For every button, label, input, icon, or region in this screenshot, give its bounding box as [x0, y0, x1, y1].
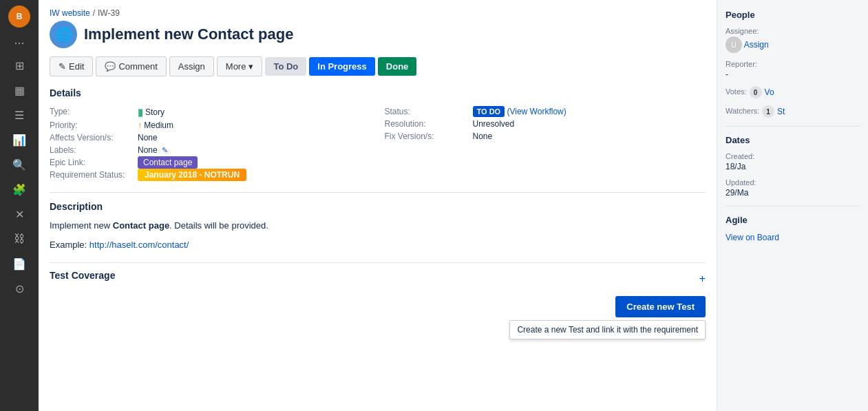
epic-value: Contact page — [138, 158, 198, 167]
content-area: IW website / IW-39 🌐 Implement new Conta… — [39, 0, 868, 411]
priority-label: Priority: — [50, 120, 132, 130]
fix-label: Fix Version/s: — [385, 131, 467, 141]
resolution-label: Resolution: — [385, 119, 467, 129]
more-button[interactable]: More ▾ — [217, 56, 263, 76]
description-title: Description — [50, 201, 706, 212]
chart-icon[interactable]: 📊 — [8, 129, 30, 151]
breadcrumb-project-link[interactable]: IW website — [50, 8, 90, 18]
fix-row: Fix Version/s: None — [385, 130, 706, 143]
details-grid: Type: ▮ Story Priority: ↑ Medium — [50, 105, 706, 181]
story-icon: ▮ — [138, 107, 143, 118]
test-coverage-section: Test Coverage + Create new Test Create a… — [50, 262, 706, 339]
board-icon[interactable]: ▦ — [8, 79, 30, 101]
priority-value: ↑ Medium — [138, 120, 173, 130]
bar-chart-icon[interactable]: ☰ — [8, 104, 30, 126]
epic-row: Epic Link: Contact page — [50, 156, 371, 169]
type-label: Type: — [50, 107, 132, 116]
details-left: Type: ▮ Story Priority: ↑ Medium — [50, 105, 371, 181]
issue-icon: 🌐 — [50, 21, 77, 48]
assignee-row: Assignee: U Assign — [726, 27, 860, 53]
status-value: TO DO (View Workflow) — [473, 107, 567, 116]
affects-row: Affects Version/s: None — [50, 131, 371, 144]
reporter-label: Reporter: — [726, 60, 860, 68]
grid-icon[interactable]: ⊞ — [8, 54, 30, 76]
dots-icon[interactable]: ··· — [14, 36, 24, 50]
affects-label: Affects Version/s: — [50, 133, 132, 143]
type-value: ▮ Story — [138, 107, 165, 118]
created-row: Created: 18/Ja — [726, 152, 860, 171]
agile-title: Agile — [726, 215, 860, 225]
test-coverage-actions: Create new Test Create a new Test and li… — [50, 296, 706, 339]
dates-title: Dates — [726, 135, 860, 145]
test-coverage-title: Test Coverage — [50, 270, 115, 281]
circle-icon[interactable]: ⊙ — [8, 277, 30, 299]
edit-icon: ✎ — [59, 61, 66, 72]
description-example: Example: http://haselt.com/contact/ — [50, 238, 706, 252]
panel-separator-1 — [726, 126, 860, 127]
page-header: 🌐 Implement new Contact page — [50, 21, 706, 48]
resolution-value: Unresolved — [473, 119, 515, 129]
req-label: Requirement Status: — [50, 170, 132, 180]
main-area: IW website / IW-39 🌐 Implement new Conta… — [39, 0, 868, 411]
votes-label: Votes: — [726, 87, 747, 96]
sidebar: B ··· ⊞ ▦ ☰ 📊 🔍 🧩 ✕ ⛓ 📄 ⊙ — [0, 0, 39, 411]
assign-button[interactable]: Assign — [169, 56, 214, 76]
todo-status-button[interactable]: To Do — [265, 57, 306, 76]
watchers-label: Watchers: — [726, 107, 759, 115]
details-section-title: Details — [50, 87, 706, 98]
people-title: People — [726, 10, 860, 20]
votes-row: Votes: 0 Vo — [726, 86, 860, 98]
view-workflow-link[interactable]: (View Workflow) — [507, 107, 566, 116]
issue-content: IW website / IW-39 🌐 Implement new Conta… — [39, 0, 717, 411]
req-row: Requirement Status: January 2018 - NOTRU… — [50, 169, 371, 181]
watchers-row: Watchers: 1 St — [726, 105, 860, 118]
example-link[interactable]: http://haselt.com/contact/ — [89, 240, 189, 250]
comment-icon: 💬 — [105, 61, 116, 72]
puzzle-icon[interactable]: 🧩 — [8, 178, 30, 200]
cross-icon[interactable]: ✕ — [8, 203, 30, 225]
edit-button[interactable]: ✎ Edit — [50, 56, 93, 76]
labels-edit-icon[interactable]: ✎ — [162, 146, 168, 154]
create-test-tooltip: Create a new Test and link it with the r… — [509, 320, 706, 339]
watchers-link[interactable]: St — [777, 107, 785, 116]
labels-label: Labels: — [50, 145, 132, 155]
votes-link[interactable]: Vo — [765, 87, 774, 97]
search-icon[interactable]: 🔍 — [8, 154, 30, 176]
fix-value: None — [473, 131, 493, 141]
type-row: Type: ▮ Story — [50, 105, 371, 119]
votes-count: 0 — [750, 86, 762, 98]
assignee-label: Assignee: — [726, 27, 860, 35]
assignee-value: U Assign — [726, 36, 860, 53]
breadcrumb-separator: / — [93, 8, 95, 18]
affects-value: None — [138, 133, 158, 143]
status-label: Status: — [385, 107, 467, 116]
details-right: Status: TO DO (View Workflow) Resolution… — [385, 105, 706, 181]
inprogress-status-button[interactable]: In Progress — [309, 57, 375, 76]
view-board-link[interactable]: View on Board — [726, 233, 779, 242]
test-coverage-add-icon[interactable]: + — [699, 273, 706, 285]
page-title: Implement new Contact page — [84, 25, 293, 43]
create-test-button[interactable]: Create new Test — [615, 296, 706, 317]
assignee-avatar: U — [726, 36, 742, 53]
resolution-row: Resolution: Unresolved — [385, 118, 706, 130]
comment-button[interactable]: 💬 Comment — [96, 56, 166, 76]
reporter-row: Reporter: - — [726, 60, 860, 79]
epic-badge[interactable]: Contact page — [138, 156, 198, 169]
done-status-button[interactable]: Done — [378, 57, 417, 76]
priority-row: Priority: ↑ Medium — [50, 119, 371, 131]
epic-label: Epic Link: — [50, 158, 132, 167]
right-panel: People Assignee: U Assign Reporter: - Vo… — [717, 0, 868, 411]
description-text: Implement new Contact page. Details will… — [50, 219, 706, 233]
status-badge: TO DO — [473, 106, 505, 117]
avatar[interactable]: B — [8, 6, 30, 28]
updated-label: Updated: — [726, 178, 860, 187]
doc-icon[interactable]: 📄 — [8, 253, 30, 275]
group-icon[interactable]: ⛓ — [8, 228, 30, 250]
created-value: 18/Ja — [726, 162, 860, 171]
description-section: Description Implement new Contact page. … — [50, 192, 706, 251]
chevron-down-icon: ▾ — [248, 61, 253, 72]
assignee-link[interactable]: Assign — [744, 40, 769, 50]
toolbar: ✎ Edit 💬 Comment Assign More ▾ To Do In … — [50, 56, 706, 76]
req-badge[interactable]: January 2018 - NOTRUN — [138, 169, 246, 181]
req-value: January 2018 - NOTRUN — [138, 170, 246, 180]
